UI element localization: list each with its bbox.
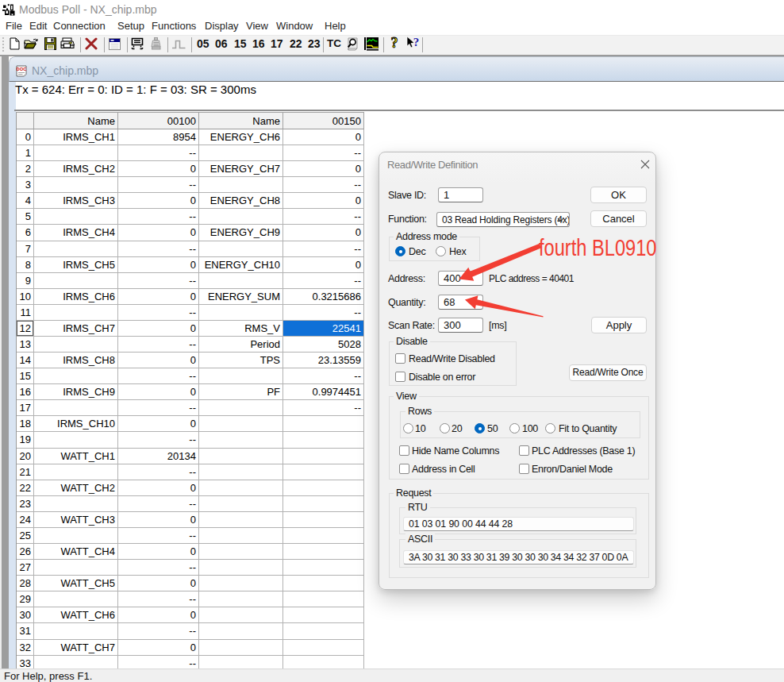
svg-text:?: ? [391,36,398,51]
svg-text:DOC: DOC [17,67,27,71]
svg-text:?: ? [413,36,420,48]
